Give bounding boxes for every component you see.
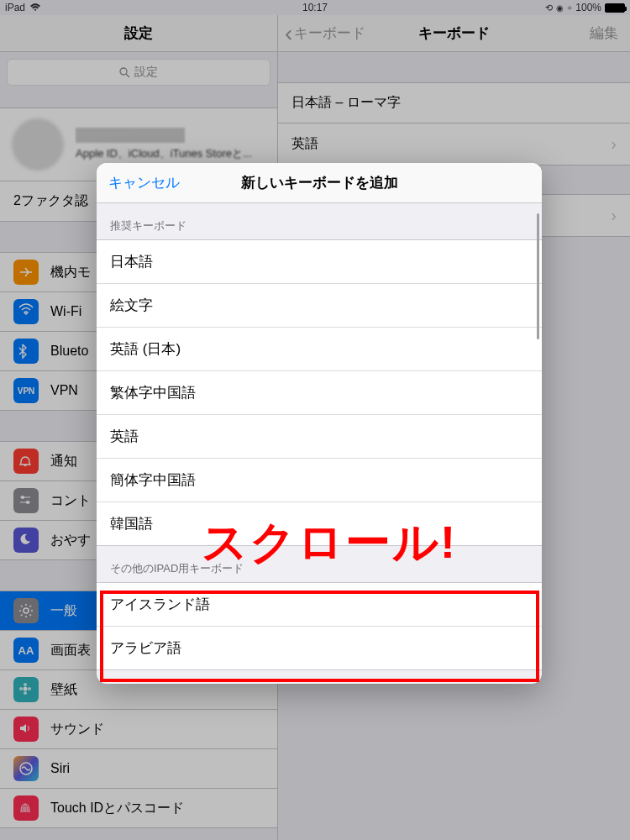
kb-recommended-2[interactable]: 英語 (日本) — [97, 328, 542, 371]
modal-title: 新しいキーボードを追加 — [241, 173, 398, 192]
kb-recommended-5[interactable]: 簡体字中国語 — [97, 459, 542, 502]
annotation-text: スクロール! — [202, 512, 457, 574]
scrollbar-thumb[interactable] — [537, 213, 539, 339]
kb-recommended-1[interactable]: 絵文字 — [97, 284, 542, 328]
kb-recommended-0[interactable]: 日本語 — [97, 240, 542, 284]
annotation-box — [100, 591, 539, 682]
modal-header: キャンセル 新しいキーボードを追加 — [97, 163, 542, 203]
kb-recommended-4[interactable]: 英語 — [97, 415, 542, 459]
kb-recommended-3[interactable]: 繁体字中国語 — [97, 371, 542, 415]
cancel-button[interactable]: キャンセル — [108, 173, 180, 192]
section-recommended: 推奨キーボード — [97, 203, 542, 239]
